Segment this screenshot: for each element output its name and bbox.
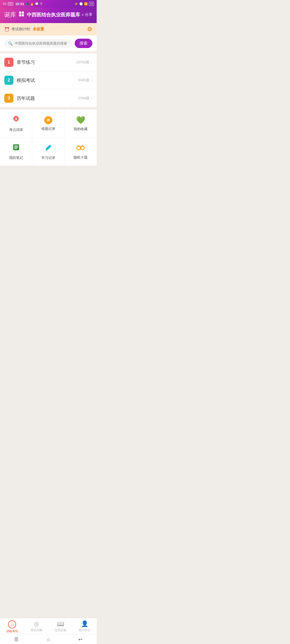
app-title: 中西医结合执业医师题库 bbox=[27, 12, 80, 18]
svg-rect-11 bbox=[14, 148, 17, 149]
grid-item-xuexi[interactable]: 学习记录 bbox=[32, 138, 64, 166]
svg-rect-16 bbox=[80, 147, 81, 148]
share-button[interactable]: < 分享 bbox=[82, 12, 92, 17]
grid-label-shoucang: 我的收藏 bbox=[74, 127, 88, 131]
countdown-bar: ⏰ 考试倒计时: 未设置 ⚙ bbox=[0, 23, 97, 35]
status-bar: 4G HD 15:51 📺 🔥 💬 ⏱ ⚡ 🕐 📶 44 bbox=[0, 0, 97, 8]
app-header: 诞库 中西医结合执业医师题库 < 分享 bbox=[0, 8, 97, 23]
category-num-1: 1 bbox=[4, 58, 13, 67]
search-button[interactable]: 搜索 bbox=[75, 39, 92, 48]
hd-icon: HD bbox=[8, 2, 13, 6]
svg-rect-17 bbox=[78, 145, 79, 147]
app-logo-icon: 诞库 bbox=[4, 11, 16, 19]
signal-icon: 4G bbox=[3, 2, 7, 5]
category-item-2[interactable]: 2 模拟考试 5345题 › bbox=[0, 71, 97, 89]
grid-item-kaodian[interactable]: 考点词库 bbox=[0, 109, 32, 138]
svg-rect-7 bbox=[15, 119, 17, 120]
bluetooth-icon: ⚡ bbox=[74, 2, 78, 6]
category-count-1: 20702题 bbox=[76, 60, 89, 65]
svg-rect-12 bbox=[46, 145, 51, 150]
message-icon: 💬 bbox=[35, 2, 39, 6]
settings-icon[interactable]: ⚙ bbox=[87, 26, 92, 33]
notes-icon bbox=[12, 143, 20, 153]
grid-label-xuexi: 学习记录 bbox=[41, 155, 55, 160]
grid-item-suiji[interactable]: 随机十题 bbox=[65, 138, 97, 166]
clock-countdown-icon: ⏰ bbox=[4, 27, 10, 32]
grid-label-biji: 我的笔记 bbox=[9, 155, 23, 160]
tag-icon bbox=[12, 115, 20, 125]
content-area bbox=[0, 166, 97, 246]
category-count-2: 5345题 bbox=[78, 78, 89, 83]
grid-row-2: 我的笔记 学习记录 随机十题 bbox=[0, 138, 97, 166]
alarm-icon: 🕐 bbox=[79, 2, 83, 6]
svg-rect-6 bbox=[15, 118, 17, 119]
category-name-1: 章节练习 bbox=[17, 59, 76, 65]
chevron-right-icon-1: › bbox=[91, 60, 92, 65]
grid-item-cuoti[interactable]: ✕ 错题记录 bbox=[32, 109, 64, 138]
wifi-icon: 📶 bbox=[84, 2, 88, 6]
grid-label-cuoti: 错题记录 bbox=[41, 126, 55, 131]
svg-rect-3 bbox=[22, 14, 24, 16]
search-bar: 🔍 搜索 bbox=[0, 35, 97, 51]
category-item-3[interactable]: 3 历年试题 2399题 › bbox=[0, 89, 97, 107]
grid-label-kaodian: 考点词库 bbox=[9, 127, 23, 132]
chevron-right-icon-3: › bbox=[91, 96, 92, 101]
chevron-right-icon-2: › bbox=[91, 78, 92, 83]
grid-item-biji[interactable]: 我的笔记 bbox=[0, 138, 32, 166]
grid-section: 考点词库 ✕ 错题记录 💚 我的收藏 我的笔记 bbox=[0, 109, 97, 166]
fire-icon: 🔥 bbox=[30, 2, 34, 6]
battery-display: 44 bbox=[89, 2, 94, 6]
svg-rect-0 bbox=[19, 12, 21, 14]
search-input-wrap[interactable]: 🔍 bbox=[4, 39, 73, 48]
svg-rect-18 bbox=[82, 145, 83, 147]
category-num-2: 2 bbox=[4, 76, 13, 85]
grid-label-suiji: 随机十题 bbox=[74, 155, 88, 160]
pencil-icon bbox=[44, 143, 52, 153]
category-num-3: 3 bbox=[4, 94, 13, 103]
binoculars-icon bbox=[76, 144, 85, 153]
search-input[interactable] bbox=[15, 41, 69, 45]
error-circle-icon: ✕ bbox=[44, 116, 52, 124]
clock-icon: ⏱ bbox=[40, 2, 43, 5]
grid-item-shoucang[interactable]: 💚 我的收藏 bbox=[65, 109, 97, 138]
heart-icon: 💚 bbox=[76, 116, 85, 125]
svg-rect-9 bbox=[14, 146, 18, 147]
time-display: 15:51 bbox=[15, 2, 24, 6]
grid-logo-icon bbox=[18, 11, 25, 19]
category-count-3: 2399题 bbox=[78, 96, 89, 101]
grid-row-1: 考点词库 ✕ 错题记录 💚 我的收藏 bbox=[0, 109, 97, 138]
category-item-1[interactable]: 1 章节练习 20702题 › bbox=[0, 53, 97, 71]
category-name-3: 历年试题 bbox=[17, 95, 78, 101]
category-list: 1 章节练习 20702题 › 2 模拟考试 5345题 › 3 历年试题 23… bbox=[0, 53, 97, 107]
category-name-2: 模拟考试 bbox=[17, 77, 78, 83]
share-icon: < bbox=[82, 13, 84, 17]
svg-rect-2 bbox=[19, 14, 21, 16]
svg-rect-10 bbox=[14, 147, 18, 148]
media-icon: 📺 bbox=[25, 2, 29, 6]
search-magnify-icon: 🔍 bbox=[8, 41, 13, 46]
svg-rect-1 bbox=[22, 12, 24, 14]
